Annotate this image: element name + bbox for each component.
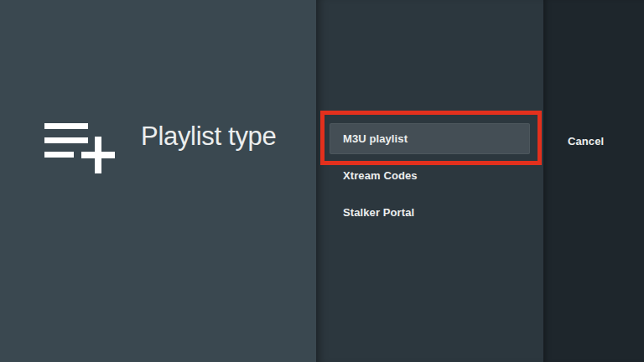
playlist-type-option-list: M3U playlist Xtream Codes Stalker Portal <box>316 121 543 231</box>
playlist-type-dialog: Playlist type M3U playlist Xtream Codes … <box>0 0 644 362</box>
option-stalker-portal[interactable]: Stalker Portal <box>316 194 543 231</box>
option-label: Stalker Portal <box>316 194 543 231</box>
options-panel: M3U playlist Xtream Codes Stalker Portal <box>316 0 543 362</box>
option-label: M3U playlist <box>316 121 543 158</box>
cancel-button[interactable]: Cancel <box>568 131 604 153</box>
actions-panel: Cancel <box>543 0 644 362</box>
dialog-header-panel: Playlist type <box>0 0 316 362</box>
option-label: Xtream Codes <box>316 158 543 194</box>
option-m3u-playlist[interactable]: M3U playlist <box>316 121 543 158</box>
playlist-add-icon <box>44 123 117 175</box>
dialog-title: Playlist type <box>141 123 277 149</box>
option-xtream-codes[interactable]: Xtream Codes <box>316 158 543 194</box>
